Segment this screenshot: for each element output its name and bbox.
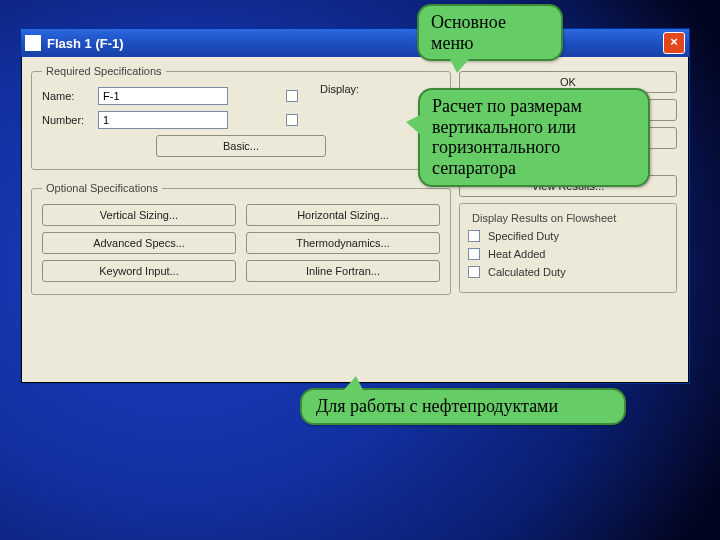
flash-dialog: Flash 1 (F-1) × Required Specifications … — [20, 28, 690, 384]
display-number-checkbox[interactable] — [286, 114, 298, 126]
specified-duty-checkbox[interactable] — [468, 230, 480, 242]
keyword-input-button[interactable]: Keyword Input... — [42, 260, 236, 282]
name-label: Name: — [42, 90, 98, 102]
inline-fortran-button[interactable]: Inline Fortran... — [246, 260, 440, 282]
vertical-sizing-button[interactable]: Vertical Sizing... — [42, 204, 236, 226]
number-label: Number: — [42, 114, 98, 126]
callout-sizing: Расчет по размерам вертикального или гор… — [418, 88, 650, 187]
callout-petro: Для работы с нефтепродуктами — [300, 388, 626, 425]
callout-main-menu-text: Основное меню — [431, 12, 506, 53]
heat-added-checkbox[interactable] — [468, 248, 480, 260]
callout-sizing-text: Расчет по размерам вертикального или гор… — [432, 96, 582, 178]
display-results-legend: Display Results on Flowsheet — [468, 212, 620, 224]
required-specs-legend: Required Specifications — [42, 65, 166, 77]
horizontal-sizing-button[interactable]: Horizontal Sizing... — [246, 204, 440, 226]
heat-added-label: Heat Added — [488, 248, 546, 260]
thermodynamics-button[interactable]: Thermodynamics... — [246, 232, 440, 254]
optional-specs-legend: Optional Specifications — [42, 182, 162, 194]
window-icon — [25, 35, 41, 51]
basic-button[interactable]: Basic... — [156, 135, 326, 157]
titlebar[interactable]: Flash 1 (F-1) × — [21, 29, 689, 57]
advanced-specs-button[interactable]: Advanced Specs... — [42, 232, 236, 254]
display-name-checkbox[interactable] — [286, 90, 298, 102]
display-label: Display: — [320, 83, 380, 95]
display-results-group: Display Results on Flowsheet Specified D… — [459, 203, 677, 293]
required-specs-group: Required Specifications Display: Name: N… — [31, 65, 451, 170]
specified-duty-label: Specified Duty — [488, 230, 559, 242]
callout-petro-text: Для работы с нефтепродуктами — [316, 396, 558, 416]
callout-main-menu: Основное меню — [417, 4, 563, 61]
number-input[interactable] — [98, 111, 228, 129]
optional-specs-group: Optional Specifications Vertical Sizing.… — [31, 182, 451, 295]
calculated-duty-label: Calculated Duty — [488, 266, 566, 278]
name-input[interactable] — [98, 87, 228, 105]
close-icon[interactable]: × — [663, 32, 685, 54]
window-title: Flash 1 (F-1) — [47, 36, 663, 51]
calculated-duty-checkbox[interactable] — [468, 266, 480, 278]
